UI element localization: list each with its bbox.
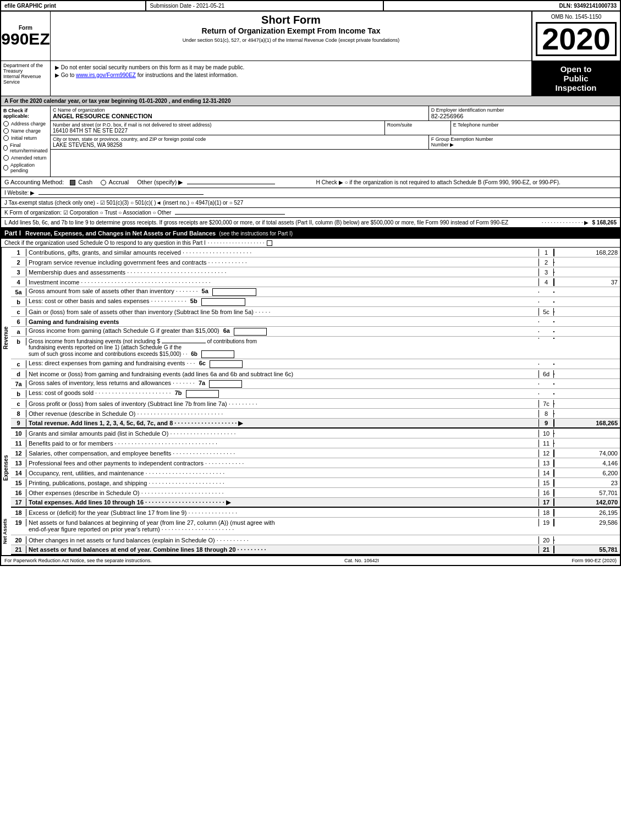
line-4-val: 37 bbox=[554, 278, 620, 286]
other-label: Other (specify) ▶ bbox=[137, 179, 183, 185]
cash-block: Cash bbox=[70, 179, 94, 185]
cash-label: Cash bbox=[78, 179, 92, 185]
ein-cell: D Employer identification number 82-2256… bbox=[429, 106, 620, 120]
line-l-amount: $ 168,265 bbox=[592, 219, 617, 226]
line-6-label: Gaming and fundraising events bbox=[26, 318, 538, 326]
top-bar: efile GRAPHIC print Submission Date - 20… bbox=[1, 1, 620, 12]
line-6b-val bbox=[554, 338, 620, 339]
check-h-block: H Check ▶ ○ if the organization is not r… bbox=[305, 179, 617, 185]
form-subtitle: Return of Organization Exempt From Incom… bbox=[55, 26, 527, 35]
revenue-lines-block: 1 Contributions, gifts, grants, and simi… bbox=[11, 248, 620, 429]
line-7a-num: 7a bbox=[11, 380, 26, 388]
line-6a-val bbox=[554, 331, 620, 332]
line-10-ref: 10 bbox=[538, 430, 554, 437]
line-5b-row: b Less: cost or other basis and sales ex… bbox=[11, 297, 620, 307]
line-16-label: Other expenses (describe in Schedule O) … bbox=[26, 489, 538, 497]
line-8-val bbox=[554, 413, 620, 414]
line-12-val: 74,000 bbox=[554, 449, 620, 457]
dln: DLN: 93492141000733 bbox=[384, 1, 620, 10]
org-city-value: LAKE STEVENS, WA 98258 bbox=[53, 142, 426, 148]
line-6-val bbox=[554, 321, 620, 322]
line-15-num: 15 bbox=[11, 479, 26, 487]
line-16-ref: 16 bbox=[538, 489, 554, 497]
dept-label: Department of the Treasury Internal Reve… bbox=[1, 61, 51, 96]
line-6a-num: a bbox=[11, 328, 26, 336]
line-8-num: 8 bbox=[11, 410, 26, 418]
cash-checkbox[interactable] bbox=[70, 180, 75, 185]
line-5c-ref: 5c bbox=[538, 308, 554, 316]
other-input bbox=[187, 184, 275, 184]
line-6c-ref bbox=[538, 364, 554, 365]
line-10-val bbox=[554, 433, 620, 434]
line-3-ref: 3 bbox=[538, 268, 554, 276]
line-13-num: 13 bbox=[11, 459, 26, 467]
line-19-ref: 19 bbox=[538, 519, 554, 526]
line-6d-ref: 6d bbox=[538, 370, 554, 378]
net-assets-side-label: Net Assets bbox=[1, 508, 11, 555]
application-pending-label: Application pending bbox=[10, 162, 48, 173]
group-number-label: Number ▶ bbox=[431, 142, 618, 147]
footer-left: For Paperwork Reduction Act Notice, see … bbox=[4, 558, 152, 563]
line-21-val: 55,781 bbox=[554, 546, 620, 553]
final-return-item: Final return/terminated bbox=[3, 142, 48, 153]
line-17-num: 17 bbox=[11, 498, 26, 506]
accounting-label: G Accounting Method: bbox=[4, 179, 64, 185]
final-return-radio[interactable] bbox=[3, 145, 8, 151]
name-change-item: Name charge bbox=[3, 128, 48, 134]
name-change-radio[interactable] bbox=[3, 128, 9, 134]
ein-label: D Employer identification number bbox=[431, 107, 618, 113]
line-6c-label: Less: direct expenses from gaming and fu… bbox=[26, 359, 538, 368]
line-15-ref: 15 bbox=[538, 479, 554, 487]
line-15-label: Printing, publications, postage, and shi… bbox=[26, 479, 538, 487]
amended-return-label: Amended return bbox=[11, 155, 47, 161]
line-4-ref: 4 bbox=[538, 278, 554, 286]
line-21-label: Net assets or fund balances at end of ye… bbox=[26, 546, 538, 553]
line-15-val: 23 bbox=[554, 479, 620, 487]
omb-number: OMB No. 1545-1150 bbox=[551, 14, 602, 20]
line-8-row: 8 Other revenue (describe in Schedule O)… bbox=[11, 409, 620, 419]
part1-title: Part I bbox=[4, 229, 21, 237]
line-l-row: L Add lines 5b, 6c, and 7b to line 9 to … bbox=[1, 218, 620, 228]
line-20-num: 20 bbox=[11, 536, 26, 544]
line-20-val bbox=[554, 540, 620, 541]
schedule-o-checkbox[interactable] bbox=[267, 240, 272, 246]
line-7b-num: b bbox=[11, 390, 26, 398]
name-change-label: Name charge bbox=[11, 128, 41, 134]
address-change-item: Address charge bbox=[3, 121, 48, 127]
address-change-radio[interactable] bbox=[3, 121, 9, 127]
line-16-num: 16 bbox=[11, 489, 26, 497]
org-address-label: Number and street (or P.O. box, if mail … bbox=[53, 122, 382, 128]
line-5b-num: b bbox=[11, 298, 26, 306]
line-11-num: 11 bbox=[11, 440, 26, 447]
line-1-label: Contributions, gifts, grants, and simila… bbox=[26, 249, 538, 256]
amended-return-radio[interactable] bbox=[3, 155, 9, 161]
application-pending-radio[interactable] bbox=[3, 165, 8, 171]
line-2-num: 2 bbox=[11, 259, 26, 266]
line-11-row: 11 Benefits paid to or for members · · ·… bbox=[11, 438, 620, 448]
line-6-num: 6 bbox=[11, 318, 26, 326]
org-address-row: Number and street (or P.O. box, if mail … bbox=[51, 121, 620, 135]
line-14-label: Occupancy, rent, utilities, and maintena… bbox=[26, 469, 538, 477]
line-13-row: 13 Professional fees and other payments … bbox=[11, 458, 620, 468]
line-19-row: 19 Net assets or fund balances at beginn… bbox=[11, 518, 620, 535]
line-4-num: 4 bbox=[11, 278, 26, 286]
line-1-num: 1 bbox=[11, 249, 26, 256]
line-7b-label: Less: cost of goods sold · · · · · · · ·… bbox=[26, 389, 538, 398]
dept-sub: Internal Revenue Service bbox=[3, 74, 48, 85]
dept-name: Department of the Treasury bbox=[3, 63, 48, 74]
line-14-row: 14 Occupancy, rent, utilities, and maint… bbox=[11, 468, 620, 478]
line-6-row: 6 Gaming and fundraising events bbox=[11, 317, 620, 327]
initial-return-radio[interactable] bbox=[3, 135, 9, 141]
line-9-label: Total revenue. Add lines 1, 2, 3, 4, 5c,… bbox=[26, 419, 538, 427]
page: efile GRAPHIC print Submission Date - 20… bbox=[0, 0, 621, 566]
form-990ez-block: Form 990EZ bbox=[1, 12, 51, 61]
accrual-radio[interactable] bbox=[101, 180, 106, 185]
line-18-row: 18 Excess or (deficit) for the year (Sub… bbox=[11, 508, 620, 518]
initial-return-label: Initial return bbox=[11, 135, 37, 141]
line-5b-ref bbox=[538, 301, 554, 303]
line-9-val: 168,265 bbox=[554, 419, 620, 427]
application-pending-item: Application pending bbox=[3, 162, 48, 173]
line-11-ref: 11 bbox=[538, 440, 554, 447]
line-1-val: 168,228 bbox=[554, 249, 620, 256]
accounting-block: G Accounting Method: Cash Accrual Other … bbox=[4, 179, 305, 186]
